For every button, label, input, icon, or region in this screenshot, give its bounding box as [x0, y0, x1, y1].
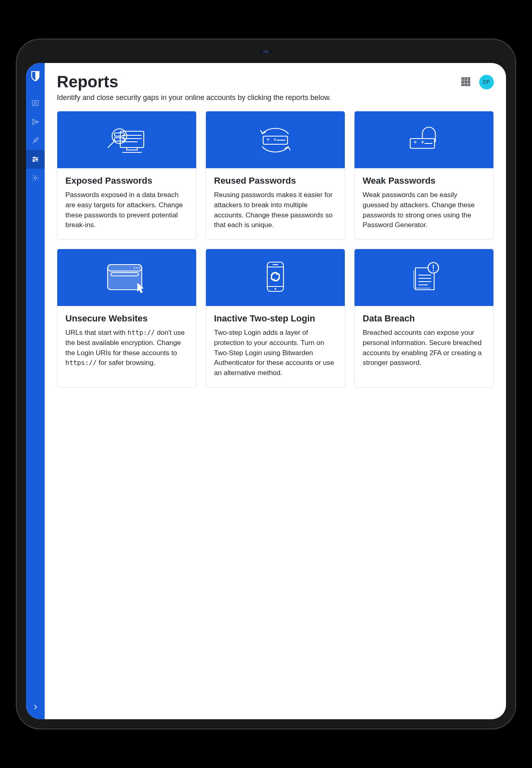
- app-logo-icon[interactable]: [30, 70, 40, 82]
- report-card-description: URLs that start with http:// don't use t…: [65, 328, 188, 368]
- reports-grid: Exposed PasswordsPasswords exposed in a …: [57, 111, 494, 388]
- reused-passwords-icon: * *: [206, 111, 345, 168]
- svg-point-8: [36, 158, 37, 160]
- send-icon: [31, 118, 39, 126]
- report-card-title: Exposed Passwords: [65, 176, 188, 186]
- svg-text:* *: * *: [266, 137, 277, 143]
- report-card-description: Passwords exposed in a data breach are e…: [65, 190, 188, 230]
- sidebar-item-send[interactable]: [26, 113, 45, 131]
- svg-rect-16: [465, 80, 467, 82]
- sidebar: [26, 63, 45, 719]
- report-card-description: Weak passwords can be easily guessed by …: [363, 190, 485, 230]
- sidebar-item-tools[interactable]: [26, 131, 45, 150]
- main-content: Reports DF: [45, 63, 506, 719]
- svg-line-28: [108, 142, 114, 148]
- svg-point-6: [34, 157, 35, 158]
- report-card-reused-passwords[interactable]: * * Reused PasswordsReusing passwords ma…: [205, 111, 345, 240]
- grid-icon: [461, 81, 471, 88]
- report-card-unsecure-websites[interactable]: Unsecure WebsitesURLs that start with ht…: [57, 249, 197, 388]
- svg-rect-45: [267, 262, 283, 291]
- svg-point-48: [275, 288, 276, 290]
- svg-rect-14: [468, 78, 469, 79]
- gear-icon: [31, 174, 39, 182]
- svg-point-1: [35, 102, 37, 104]
- svg-point-40: [134, 267, 135, 269]
- report-card-weak-passwords[interactable]: * * Weak PasswordsWeak passwords can be …: [354, 111, 494, 240]
- svg-rect-0: [32, 100, 39, 105]
- svg-rect-20: [468, 84, 469, 85]
- report-card-body: Inactive Two-step LoginTwo-step Login ad…: [206, 306, 345, 387]
- wrench-icon: [31, 137, 39, 145]
- avatar[interactable]: DF: [479, 75, 494, 89]
- weak-passwords-icon: * *: [355, 111, 493, 168]
- report-card-inactive-2fa[interactable]: Inactive Two-step LoginTwo-step Login ad…: [205, 249, 345, 388]
- report-card-body: Weak PasswordsWeak passwords can be easi…: [355, 168, 493, 239]
- svg-rect-15: [462, 80, 463, 82]
- report-card-description: Two-step Login adds a layer of protectio…: [214, 328, 337, 378]
- tablet-camera: [260, 50, 272, 53]
- report-card-title: Unsecure Websites: [65, 313, 188, 324]
- svg-rect-18: [462, 84, 463, 85]
- report-card-description: Breached accounts can expose your person…: [363, 328, 485, 368]
- svg-rect-21: [120, 131, 144, 148]
- svg-text:* *: * *: [413, 140, 424, 147]
- unsecure-websites-icon: [57, 249, 196, 306]
- avatar-initials: DF: [483, 79, 490, 85]
- header-actions: DF: [461, 75, 494, 89]
- sidebar-item-reports[interactable]: [26, 150, 45, 169]
- exposed-passwords-icon: [57, 111, 196, 168]
- svg-point-39: [136, 267, 137, 269]
- sliders-icon: [31, 155, 39, 163]
- svg-point-11: [35, 177, 37, 179]
- svg-rect-13: [465, 78, 467, 79]
- svg-rect-25: [127, 148, 137, 150]
- report-card-body: Reused PasswordsReusing passwords makes …: [206, 168, 345, 239]
- sidebar-expand-button[interactable]: [26, 699, 45, 715]
- page-header-row: Reports DF: [57, 73, 494, 91]
- tablet-frame: Reports DF: [16, 39, 516, 729]
- svg-point-41: [138, 267, 140, 269]
- report-card-title: Inactive Two-step Login: [214, 313, 337, 324]
- report-card-title: Data Breach: [363, 313, 485, 324]
- report-card-body: Unsecure WebsitesURLs that start with ht…: [57, 306, 196, 377]
- svg-rect-19: [465, 84, 467, 85]
- svg-rect-12: [462, 78, 463, 79]
- report-card-description: Reusing passwords makes it easier for at…: [214, 190, 337, 230]
- app-screen: Reports DF: [26, 63, 506, 719]
- inactive-2fa-icon: [206, 249, 345, 306]
- page-title: Reports: [57, 73, 118, 91]
- svg-rect-43: [108, 271, 142, 290]
- report-card-body: Data BreachBreached accounts can expose …: [355, 306, 493, 377]
- page-subtitle: Identify and close security gaps in your…: [57, 93, 494, 102]
- sidebar-item-vault[interactable]: [26, 94, 45, 113]
- report-card-body: Exposed PasswordsPasswords exposed in a …: [57, 168, 196, 239]
- report-card-exposed-passwords[interactable]: Exposed PasswordsPasswords exposed in a …: [57, 111, 197, 240]
- sidebar-item-settings[interactable]: [26, 169, 45, 187]
- svg-point-10: [33, 161, 34, 162]
- app-switcher-button[interactable]: [461, 76, 472, 88]
- chevron-right-icon: [32, 703, 39, 711]
- report-card-data-breach[interactable]: Data BreachBreached accounts can expose …: [354, 249, 494, 388]
- data-breach-icon: [355, 249, 493, 306]
- report-card-title: Reused Passwords: [214, 176, 337, 186]
- report-card-title: Weak Passwords: [363, 176, 485, 186]
- svg-point-57: [433, 270, 434, 271]
- vault-icon: [31, 99, 39, 107]
- svg-rect-17: [468, 80, 469, 82]
